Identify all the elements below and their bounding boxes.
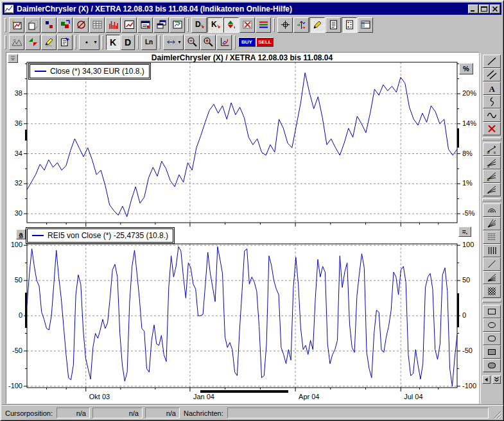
draw-curve-button[interactable] bbox=[483, 108, 501, 122]
draw-rounded-rect-button[interactable] bbox=[483, 332, 501, 345]
update-chart-button[interactable] bbox=[169, 17, 185, 33]
grid-cross-button[interactable] bbox=[239, 17, 255, 33]
level-lines-button[interactable] bbox=[256, 17, 271, 33]
draw-freehand-button[interactable] bbox=[483, 95, 501, 108]
draw-rectangle-button[interactable] bbox=[483, 305, 501, 318]
indicator-legend[interactable]: REI5 von Close (*) -25,4735 (10.8.) bbox=[27, 228, 173, 243]
draw-filled-rounded-rect-button[interactable] bbox=[483, 359, 501, 372]
report-window-button[interactable] bbox=[137, 17, 153, 33]
triangles-arrow-icon bbox=[226, 19, 237, 30]
grid-cross-icon bbox=[242, 19, 253, 30]
cascade-windows-button[interactable] bbox=[153, 17, 169, 33]
k-arrow-icon: K bbox=[210, 19, 221, 30]
data-table-button[interactable] bbox=[89, 17, 105, 33]
indicator-scale-button[interactable]: =. bbox=[458, 227, 471, 237]
draw-line-button[interactable] bbox=[483, 55, 501, 68]
k-mode-button[interactable]: K bbox=[207, 17, 223, 33]
d-mode-button[interactable]: D bbox=[191, 17, 207, 33]
parallel-lines-icon bbox=[487, 70, 497, 80]
copy-button[interactable] bbox=[25, 17, 40, 33]
layout-window-button[interactable] bbox=[358, 17, 373, 33]
remove-strike-button[interactable] bbox=[73, 17, 89, 33]
fan-s-icon: S bbox=[487, 158, 497, 168]
zoom-in-button[interactable] bbox=[200, 35, 216, 50]
color-blocks-icon bbox=[60, 19, 71, 30]
chart-canvas[interactable]: 3820%3614%348%321%30-5%100100505000-50-5… bbox=[6, 52, 479, 404]
delete-drawing-button[interactable] bbox=[483, 122, 501, 135]
sell-button[interactable]: SELL bbox=[256, 37, 274, 47]
mountain-chart-button[interactable] bbox=[9, 35, 24, 50]
speed-lines-button[interactable] bbox=[483, 271, 501, 284]
fibonacci-fan-s-button[interactable]: S bbox=[483, 156, 501, 169]
collapse-panel-button[interactable] bbox=[8, 54, 18, 63]
fibonacci-fan-e-button[interactable]: E bbox=[483, 169, 501, 183]
buy-sell-triangles-button[interactable] bbox=[25, 35, 40, 50]
draw-ellipse-button[interactable] bbox=[483, 318, 501, 332]
svg-text:S: S bbox=[487, 164, 489, 168]
crosshair-button[interactable] bbox=[277, 17, 293, 33]
regression-icon: RK bbox=[487, 144, 497, 154]
crosshair-icon bbox=[280, 19, 291, 30]
resize-grip[interactable] bbox=[492, 410, 501, 419]
zoom-out-button[interactable] bbox=[184, 35, 200, 50]
draw-parallel-lines-button[interactable] bbox=[483, 68, 501, 82]
dot-icon bbox=[82, 37, 92, 47]
histogram-button[interactable] bbox=[105, 17, 121, 33]
scale-axis-button[interactable] bbox=[216, 35, 232, 50]
text-a-icon: A bbox=[487, 83, 497, 93]
depot-chart-button[interactable]: D bbox=[121, 35, 135, 50]
drawing-toolbar: ARKSE= bbox=[480, 53, 502, 404]
new-chart-button[interactable] bbox=[9, 17, 24, 33]
fan-e-icon: E bbox=[487, 171, 497, 181]
line-chart-button[interactable] bbox=[121, 17, 137, 33]
toolbar-scroll-left-button[interactable] bbox=[482, 375, 491, 384]
toolbar-group-separator bbox=[187, 18, 189, 32]
highlighter-button[interactable] bbox=[41, 35, 56, 50]
freehand-icon bbox=[487, 97, 497, 107]
price-legend[interactable]: Close (*) 34,30 EUR (10.8.) bbox=[30, 64, 150, 78]
vertical-lines-button[interactable] bbox=[483, 244, 501, 257]
quote-blocks-button[interactable] bbox=[41, 17, 56, 33]
maximize-button[interactable] bbox=[479, 4, 489, 13]
arcs-button[interactable] bbox=[483, 203, 501, 217]
buy-button[interactable]: BUY bbox=[238, 37, 256, 47]
app-chart-icon bbox=[4, 4, 14, 14]
toolbar-group-separator bbox=[137, 35, 139, 49]
portfolio-blocks-button[interactable] bbox=[57, 17, 73, 33]
zoom-in-icon bbox=[203, 37, 214, 47]
draw-filled-rect-button[interactable] bbox=[483, 345, 501, 359]
properties-icon bbox=[60, 37, 71, 47]
signal-triangles-button[interactable] bbox=[223, 17, 239, 33]
line-style-dropdown[interactable]: ▾ bbox=[79, 35, 100, 50]
gann-fan-button[interactable] bbox=[483, 217, 501, 230]
fibonacci-levels-button[interactable] bbox=[483, 230, 501, 244]
ln-scale-button[interactable]: Ln bbox=[141, 35, 157, 50]
close-button[interactable] bbox=[490, 4, 500, 13]
percent-scale-button[interactable]: % bbox=[459, 63, 473, 74]
cascade-windows-icon bbox=[156, 19, 167, 30]
indicator-auto-scale-button[interactable]: a bbox=[16, 229, 26, 239]
pencil-icon bbox=[312, 19, 323, 30]
title-bar[interactable]: DaimlerChrysler (X) / XETRA 12.08.03 bis… bbox=[3, 3, 501, 15]
kurs-chart-button[interactable]: K bbox=[106, 35, 120, 50]
properties-button[interactable] bbox=[57, 35, 73, 50]
regression-channel-button[interactable]: RK bbox=[483, 142, 501, 156]
new-chart-icon bbox=[12, 19, 22, 30]
toolbar-group-separator bbox=[74, 35, 76, 49]
toolbar-scroll-more-button[interactable] bbox=[492, 375, 501, 384]
fan-eq-icon: = bbox=[487, 185, 497, 194]
draw-mode-button[interactable] bbox=[309, 17, 325, 33]
table-grid-icon bbox=[92, 19, 103, 30]
toolbar-group-separator bbox=[234, 35, 236, 49]
bar-width-dropdown[interactable]: ▾ bbox=[163, 35, 184, 50]
trendline-button[interactable] bbox=[483, 257, 501, 271]
chart-tools-toolbar: ▾KDLn▾BUYSELL bbox=[2, 33, 503, 51]
fibonacci-fan-eq-button[interactable]: = bbox=[483, 183, 501, 196]
hatch-area-button[interactable] bbox=[483, 284, 501, 298]
minimize-button[interactable] bbox=[468, 4, 478, 13]
draw-text-button[interactable]: A bbox=[483, 82, 501, 95]
indicator-list-button[interactable] bbox=[342, 17, 357, 33]
axis-scale-button[interactable] bbox=[293, 17, 309, 33]
fib-levels-icon bbox=[487, 232, 497, 242]
notes-page-button[interactable] bbox=[326, 17, 341, 33]
